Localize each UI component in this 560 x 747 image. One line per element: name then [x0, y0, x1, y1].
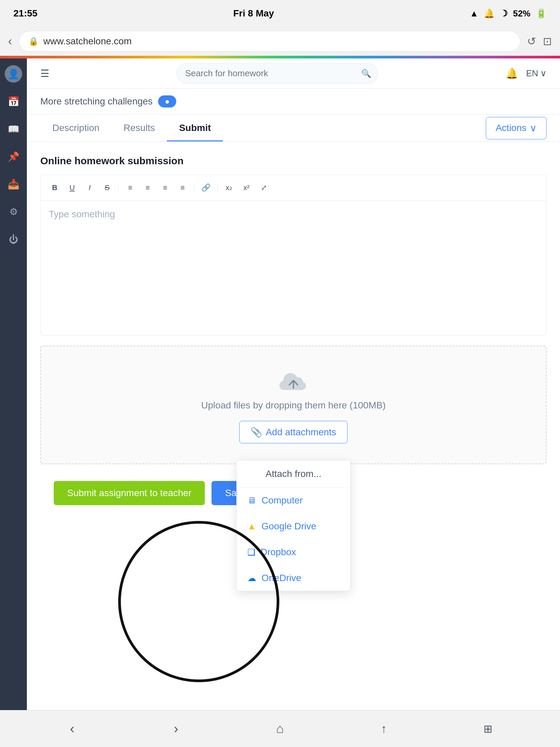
actions-label: Actions — [496, 123, 527, 133]
text-editor: B U I S ≡ ≡ ≡ ≡ 🔗 x₂ x² ⤢ Ty — [40, 175, 546, 336]
computer-label: Computer — [262, 495, 303, 506]
toolbar-italic[interactable]: I — [82, 180, 97, 195]
toolbar-strikethrough[interactable]: S — [100, 180, 114, 195]
lock-icon: 🔒 — [29, 36, 38, 46]
add-attachments-label: Add attachments — [266, 427, 336, 438]
toolbar-numbered-list[interactable]: ≡ — [140, 180, 155, 195]
bottom-forward-button[interactable]: › — [162, 716, 189, 742]
bottom-back-button[interactable]: ‹ — [59, 716, 86, 742]
pin-icon: 📌 — [8, 151, 20, 162]
editor-toolbar: B U I S ≡ ≡ ≡ ≡ 🔗 x₂ x² ⤢ — [41, 175, 546, 201]
tabs-list: Description Results Submit — [40, 114, 223, 141]
search-input[interactable] — [177, 63, 378, 84]
bookmark-button[interactable]: ⊡ — [543, 35, 552, 48]
sidebar: 👤 📅 📖 📌 📥 ⚙ ⏻ — [0, 58, 27, 730]
toolbar-divider-2 — [194, 183, 194, 193]
toolbar-divider-1 — [118, 183, 119, 193]
lang-label: EN — [526, 68, 538, 79]
bottom-share-button[interactable]: ↑ — [371, 716, 398, 742]
tab-results[interactable]: Results — [111, 114, 167, 141]
browser-back-button[interactable]: ‹ — [8, 34, 12, 48]
google-drive-icon: ▲ — [247, 521, 256, 532]
lang-selector[interactable]: EN ∨ — [526, 68, 546, 79]
toolbar-underline[interactable]: U — [65, 180, 80, 195]
hamburger-icon[interactable]: ☰ — [40, 68, 49, 79]
search-icon: 🔍 — [361, 69, 371, 78]
gear-icon: ⚙ — [9, 206, 18, 217]
onedrive-icon: ☁ — [247, 573, 256, 584]
toolbar-superscript[interactable]: x² — [239, 180, 254, 195]
attach-option-onedrive[interactable]: ☁ OneDrive — [237, 565, 350, 591]
chevron-down-icon: ∨ — [530, 123, 537, 134]
chevron-down-icon: ∨ — [540, 68, 546, 79]
search-container: 🔍 — [177, 63, 378, 84]
power-icon: ⏻ — [9, 234, 18, 245]
moon-icon: ☽ — [500, 8, 508, 19]
sidebar-item-book[interactable]: 📖 — [5, 120, 22, 138]
calendar-icon: 📅 — [8, 96, 20, 107]
editor-placeholder: Type something — [49, 209, 115, 219]
browser-bar: ‹ 🔒 www.satchelone.com ↺ ⊡ — [0, 27, 560, 56]
paperclip-icon: 📎 — [250, 427, 262, 438]
upload-area[interactable]: Upload files by dropping them here (100M… — [40, 345, 546, 464]
onedrive-label: OneDrive — [262, 573, 301, 584]
toolbar-bullet-list[interactable]: ≡ — [123, 180, 138, 195]
battery-icon: 🔋 — [536, 8, 546, 19]
main-content: ☰ 🔍 🔔 EN ∨ More stretching challenges ● — [27, 58, 560, 730]
bottom-home-button[interactable]: ⌂ — [267, 716, 293, 742]
attach-dropdown: Attach from... 🖥 Computer ▲ Google Drive… — [236, 460, 350, 591]
top-nav: ☰ 🔍 🔔 EN ∨ — [27, 58, 560, 89]
section-title: Online homework submission — [40, 155, 546, 166]
add-attachments-button[interactable]: 📎 Add attachments — [239, 421, 347, 443]
alarm-icon: 🔔 — [484, 8, 495, 19]
sidebar-item-settings[interactable]: ⚙ — [5, 203, 22, 220]
actions-button[interactable]: Actions ∨ — [486, 117, 546, 139]
status-date: Fri 8 May — [233, 8, 274, 19]
google-drive-label: Google Drive — [262, 521, 316, 532]
inbox-icon: 📥 — [8, 179, 20, 190]
wifi-icon: ▲ — [470, 8, 478, 19]
bottom-tabs-button[interactable]: ⊞ — [474, 716, 501, 742]
content-area: Online homework submission B U I S ≡ ≡ ≡… — [27, 142, 560, 525]
submit-assignment-button[interactable]: Submit assignment to teacher — [54, 481, 205, 505]
breadcrumb-badge: ● — [158, 95, 177, 107]
cloud-upload-icon — [277, 366, 310, 393]
toolbar-link[interactable]: 🔗 — [198, 180, 213, 195]
address-bar[interactable]: 🔒 www.satchelone.com — [19, 31, 521, 52]
toolbar-divider-3 — [217, 183, 218, 193]
toolbar-subscript[interactable]: x₂ — [221, 180, 236, 195]
breadcrumb: More stretching challenges ● — [27, 89, 560, 114]
bottom-browser-bar: ‹ › ⌂ ↑ ⊞ — [0, 710, 560, 747]
attach-dropdown-header: Attach from... — [237, 461, 350, 488]
dropbox-label: Dropbox — [261, 547, 296, 558]
bell-icon[interactable]: 🔔 — [506, 68, 518, 79]
rainbow-bar — [0, 56, 560, 58]
tab-submit[interactable]: Submit — [167, 114, 223, 141]
breadcrumb-text: More stretching challenges — [40, 96, 153, 107]
status-time: 21:55 — [14, 8, 37, 19]
avatar-icon: 👤 — [8, 69, 20, 80]
editor-body[interactable]: Type something — [41, 201, 546, 335]
computer-icon: 🖥 — [247, 495, 256, 506]
url-text: www.satchelone.com — [43, 36, 132, 47]
dropbox-icon: ❑ — [247, 547, 255, 558]
tabs-bar: Description Results Submit Actions ∨ — [27, 114, 560, 142]
tab-description[interactable]: Description — [40, 114, 111, 141]
toolbar-bold[interactable]: B — [47, 180, 62, 195]
reload-button[interactable]: ↺ — [527, 35, 536, 48]
attach-option-computer[interactable]: 🖥 Computer — [237, 488, 350, 514]
sidebar-item-calendar[interactable]: 📅 — [5, 93, 22, 110]
avatar[interactable]: 👤 — [5, 65, 22, 83]
attach-option-google-drive[interactable]: ▲ Google Drive — [237, 514, 350, 539]
toolbar-align-right[interactable]: ≡ — [175, 180, 190, 195]
book-icon: 📖 — [8, 124, 20, 135]
sidebar-item-power[interactable]: ⏻ — [5, 230, 22, 248]
toolbar-align-left[interactable]: ≡ — [158, 180, 172, 195]
sidebar-item-inbox[interactable]: 📥 — [5, 175, 22, 193]
battery-text: 52% — [513, 8, 530, 19]
status-bar: 21:55 Fri 8 May ▲ 🔔 ☽ 52% 🔋 — [0, 0, 560, 27]
attach-option-dropbox[interactable]: ❑ Dropbox — [237, 539, 350, 565]
upload-text: Upload files by dropping them here (100M… — [54, 400, 532, 411]
sidebar-item-pin[interactable]: 📌 — [5, 148, 22, 165]
toolbar-fullscreen[interactable]: ⤢ — [257, 180, 271, 195]
